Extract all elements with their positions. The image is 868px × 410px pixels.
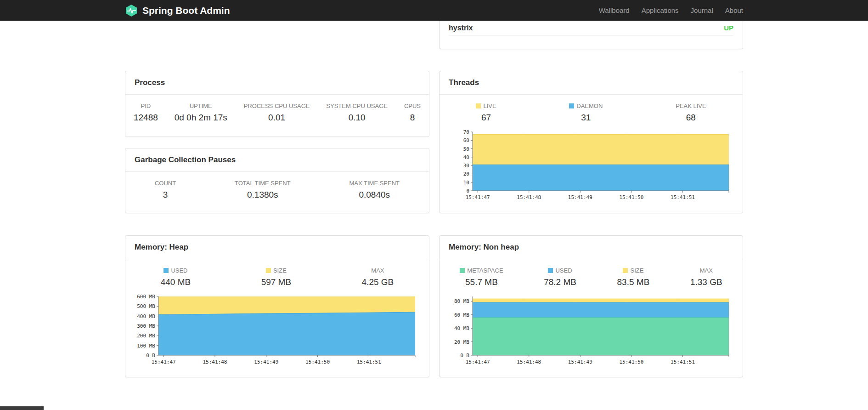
navbar: Spring Boot Admin Wallboard Applications… xyxy=(0,0,868,21)
memory-nonheap-title: Memory: Non heap xyxy=(440,236,743,259)
svg-text:200 MB: 200 MB xyxy=(137,333,155,339)
svg-text:30: 30 xyxy=(463,163,469,169)
svg-text:20 MB: 20 MB xyxy=(454,339,469,345)
stat-system-cpu-usage: SYSTEM CPU USAGE 0.10 xyxy=(326,102,388,123)
stat-nonheap-size: SIZE 83.5 MB xyxy=(617,267,650,287)
svg-text:60 MB: 60 MB xyxy=(454,312,469,318)
nav-links: Wallboard Applications Journal About xyxy=(593,0,743,21)
health-card-partial: hystrix UP xyxy=(439,21,743,49)
gc-pauses-card: Garbage Collection Pauses COUNT 3 TOTAL … xyxy=(125,148,429,213)
stat-threads-peak-live: PEAK LIVE 68 xyxy=(676,102,706,123)
nonheap-metaspace-legend-swatch xyxy=(460,268,465,273)
stat-cpus: CPUS 8 xyxy=(404,102,421,123)
memory-nonheap-card: Memory: Non heap METASPACE 55.7 MB USED … xyxy=(439,235,743,377)
nav-item-about[interactable]: About xyxy=(719,0,743,21)
svg-text:15:41:48: 15:41:48 xyxy=(203,359,227,365)
process-stats: PID 12488 UPTIME 0d 0h 2m 17s PROCESS CP… xyxy=(125,95,429,123)
svg-text:15:41:51: 15:41:51 xyxy=(671,359,695,365)
stat-threads-live: LIVE 67 xyxy=(476,102,496,123)
process-card-title: Process xyxy=(125,71,429,95)
stat-heap-used: USED 440 MB xyxy=(161,267,191,287)
right-column: hystrix UP Threads LIVE 67 DAEMON 31 PEA… xyxy=(439,21,743,377)
stat-uptime: UPTIME 0d 0h 2m 17s xyxy=(175,102,227,123)
process-card: Process PID 12488 UPTIME 0d 0h 2m 17s PR… xyxy=(125,71,429,137)
stat-nonheap-metaspace: METASPACE 55.7 MB xyxy=(460,267,503,287)
nonheap-size-legend-swatch xyxy=(623,268,628,273)
stat-nonheap-used: USED 78.2 MB xyxy=(544,267,576,287)
svg-text:80 MB: 80 MB xyxy=(454,298,469,304)
memory-heap-chart: 0 B100 MB200 MB300 MB400 MB500 MB600 MB1… xyxy=(135,294,420,368)
svg-text:0: 0 xyxy=(466,188,469,194)
nav-item-wallboard[interactable]: Wallboard xyxy=(593,0,636,21)
svg-text:20: 20 xyxy=(463,171,469,177)
stat-process-cpu-usage: PROCESS CPU USAGE 0.01 xyxy=(244,102,310,123)
main-content: Process PID 12488 UPTIME 0d 0h 2m 17s PR… xyxy=(125,21,743,377)
stat-heap-max: MAX 4.25 GB xyxy=(362,267,394,287)
brand-title: Spring Boot Admin xyxy=(142,5,230,16)
nav-item-applications[interactable]: Applications xyxy=(636,0,685,21)
stat-gc-count: COUNT 3 xyxy=(155,180,176,200)
nonheap-used-legend-swatch xyxy=(548,268,553,273)
spring-boot-admin-logo-icon xyxy=(125,4,138,17)
svg-text:15:41:47: 15:41:47 xyxy=(152,359,176,365)
svg-text:300 MB: 300 MB xyxy=(137,323,155,329)
svg-text:15:41:48: 15:41:48 xyxy=(517,194,541,200)
memory-nonheap-chart: 0 B20 MB40 MB60 MB80 MB15:41:4715:41:481… xyxy=(449,294,733,368)
svg-text:100 MB: 100 MB xyxy=(137,343,155,349)
svg-text:15:41:49: 15:41:49 xyxy=(254,359,278,365)
svg-text:15:41:51: 15:41:51 xyxy=(671,194,695,200)
svg-text:15:41:49: 15:41:49 xyxy=(568,194,592,200)
heap-used-legend-swatch xyxy=(163,268,169,273)
memory-heap-card: Memory: Heap USED 440 MB SIZE 597 MB MAX… xyxy=(125,235,429,377)
svg-text:0 B: 0 B xyxy=(460,353,469,359)
svg-text:50: 50 xyxy=(463,146,469,152)
svg-text:15:41:47: 15:41:47 xyxy=(466,194,490,200)
stat-nonheap-max: MAX 1.33 GB xyxy=(690,267,722,287)
heap-size-legend-swatch xyxy=(266,268,271,273)
memory-heap-stats: USED 440 MB SIZE 597 MB MAX 4.25 GB xyxy=(125,259,429,287)
svg-text:15:41:51: 15:41:51 xyxy=(357,359,381,365)
stat-pid: PID 12488 xyxy=(134,102,158,123)
status-badge: UP xyxy=(724,24,733,32)
stat-threads-daemon: DAEMON 31 xyxy=(569,102,603,123)
svg-text:15:41:47: 15:41:47 xyxy=(466,359,490,365)
svg-text:600 MB: 600 MB xyxy=(137,294,155,300)
stat-gc-total-time: TOTAL TIME SPENT 0.1380s xyxy=(235,180,291,200)
svg-text:15:41:49: 15:41:49 xyxy=(568,359,592,365)
threads-live-legend-swatch xyxy=(476,103,481,108)
threads-chart: 01020304050607015:41:4715:41:4815:41:491… xyxy=(449,129,733,204)
threads-daemon-legend-swatch xyxy=(569,103,574,108)
svg-text:40 MB: 40 MB xyxy=(454,325,469,331)
left-column: Process PID 12488 UPTIME 0d 0h 2m 17s PR… xyxy=(125,21,429,377)
app-brand[interactable]: Spring Boot Admin xyxy=(125,4,230,17)
svg-text:400 MB: 400 MB xyxy=(137,313,155,319)
svg-text:500 MB: 500 MB xyxy=(137,303,155,309)
browser-status-stub xyxy=(0,406,44,410)
svg-text:15:41:50: 15:41:50 xyxy=(619,194,643,200)
health-row-label: hystrix xyxy=(449,24,473,32)
gc-stats: COUNT 3 TOTAL TIME SPENT 0.1380s MAX TIM… xyxy=(125,172,429,200)
svg-text:70: 70 xyxy=(463,129,469,135)
gc-card-title: Garbage Collection Pauses xyxy=(125,148,429,172)
svg-text:15:41:50: 15:41:50 xyxy=(619,359,643,365)
svg-text:0 B: 0 B xyxy=(146,353,155,359)
threads-card-title: Threads xyxy=(440,71,743,95)
svg-text:40: 40 xyxy=(463,154,469,160)
svg-text:15:41:48: 15:41:48 xyxy=(517,359,541,365)
stat-heap-size: SIZE 597 MB xyxy=(261,267,291,287)
health-row-hystrix: hystrix UP xyxy=(449,21,733,35)
svg-text:60: 60 xyxy=(463,137,469,143)
memory-heap-title: Memory: Heap xyxy=(125,236,429,259)
svg-text:10: 10 xyxy=(463,180,469,186)
svg-text:15:41:50: 15:41:50 xyxy=(305,359,330,365)
threads-stats: LIVE 67 DAEMON 31 PEAK LIVE 68 xyxy=(440,95,743,123)
stat-gc-max-time: MAX TIME SPENT 0.0840s xyxy=(349,180,400,200)
threads-card: Threads LIVE 67 DAEMON 31 PEAK LIVE 68 0… xyxy=(439,71,743,213)
memory-nonheap-stats: METASPACE 55.7 MB USED 78.2 MB SIZE 83.5… xyxy=(440,259,743,287)
nav-item-journal[interactable]: Journal xyxy=(685,0,719,21)
